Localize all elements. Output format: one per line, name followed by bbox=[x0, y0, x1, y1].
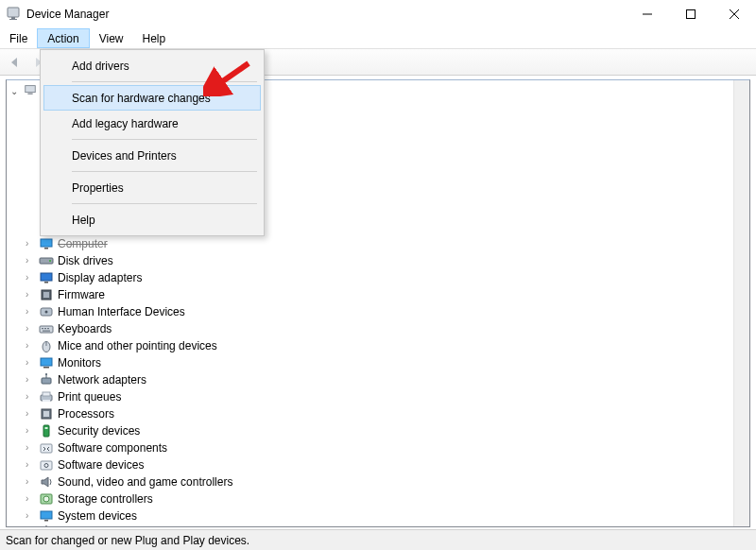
svg-rect-24 bbox=[43, 331, 50, 332]
chip-icon bbox=[39, 287, 54, 302]
svg-rect-28 bbox=[43, 367, 49, 369]
tree-item[interactable]: › Network adapters bbox=[7, 371, 749, 388]
svg-rect-10 bbox=[41, 239, 52, 247]
sound-icon bbox=[39, 474, 54, 490]
tree-item[interactable]: › Processors bbox=[7, 405, 749, 422]
menu-item-help[interactable]: Help bbox=[43, 207, 261, 232]
tree-item[interactable]: › Storage controllers bbox=[7, 490, 749, 507]
menu-separator bbox=[72, 81, 257, 82]
menu-help[interactable]: Help bbox=[133, 28, 176, 48]
tree-item[interactable]: › Mice and other pointing devices bbox=[7, 337, 749, 354]
mouse-icon bbox=[39, 338, 54, 353]
menu-action[interactable]: Action bbox=[37, 28, 89, 48]
chevron-right-icon: › bbox=[26, 341, 37, 351]
disk-icon bbox=[39, 253, 54, 268]
tree-item-label: Monitors bbox=[58, 356, 101, 370]
svg-rect-0 bbox=[8, 8, 19, 17]
tree-item[interactable]: › Software components bbox=[7, 439, 749, 456]
system-icon bbox=[39, 508, 54, 524]
tree-item[interactable]: › Firmware bbox=[7, 286, 749, 303]
tree-item-label: Processors bbox=[58, 407, 114, 421]
svg-rect-34 bbox=[43, 400, 50, 402]
chevron-right-icon: › bbox=[26, 307, 37, 317]
chevron-right-icon: › bbox=[26, 358, 37, 368]
menu-bar: File Action View Help bbox=[0, 28, 756, 49]
app-icon bbox=[6, 7, 21, 22]
tree-item[interactable]: › Monitors bbox=[7, 354, 749, 371]
menu-item-add-drivers[interactable]: Add drivers bbox=[43, 53, 261, 78]
tree-item[interactable]: › Human Interface Devices bbox=[7, 303, 749, 320]
menu-item-devices-printers[interactable]: Devices and Printers bbox=[43, 143, 261, 168]
tree-item-label: Display adapters bbox=[58, 271, 142, 284]
computer-icon bbox=[24, 83, 37, 99]
tree-item[interactable]: › Sound, video and game controllers bbox=[7, 473, 749, 490]
tree-item-label: Software components bbox=[58, 441, 167, 455]
chevron-right-icon: › bbox=[26, 290, 37, 300]
keyboard-icon bbox=[39, 321, 54, 336]
chevron-right-icon: › bbox=[26, 273, 37, 283]
svg-point-43 bbox=[43, 496, 49, 502]
window-title: Device Manager bbox=[26, 8, 109, 21]
svg-rect-9 bbox=[27, 93, 32, 94]
chevron-down-icon: ⌄ bbox=[10, 86, 22, 96]
tree-item-label: Mice and other pointing devices bbox=[58, 339, 217, 352]
menu-item-scan-hardware[interactable]: Scan for hardware changes bbox=[43, 85, 261, 111]
svg-rect-2 bbox=[9, 19, 17, 20]
chevron-right-icon: › bbox=[26, 375, 37, 385]
svg-rect-37 bbox=[43, 425, 49, 437]
status-bar: Scan for changed or new Plug and Play de… bbox=[0, 529, 756, 550]
printer-icon bbox=[39, 389, 54, 404]
svg-rect-33 bbox=[43, 392, 50, 396]
svg-rect-21 bbox=[42, 328, 43, 329]
svg-rect-38 bbox=[45, 427, 48, 429]
tree-item-label: Print queues bbox=[58, 390, 121, 404]
status-text: Scan for changed or new Plug and Play de… bbox=[6, 534, 249, 547]
chevron-right-icon: › bbox=[26, 426, 37, 436]
scrollbar[interactable] bbox=[733, 80, 749, 526]
tree-item-label: Network adapters bbox=[58, 373, 146, 387]
svg-rect-8 bbox=[26, 85, 36, 92]
tree-item[interactable]: › Computer bbox=[7, 235, 749, 252]
maximize-button[interactable] bbox=[669, 0, 713, 28]
menu-view[interactable]: View bbox=[90, 28, 133, 48]
security-icon bbox=[39, 423, 54, 438]
svg-rect-14 bbox=[41, 273, 52, 281]
monitor-icon bbox=[39, 355, 54, 370]
tree-item[interactable]: › Display adapters bbox=[7, 269, 749, 286]
tree-item[interactable]: › Keyboards bbox=[7, 320, 749, 337]
swdev-icon bbox=[39, 457, 54, 473]
cpu-icon bbox=[39, 406, 54, 421]
menu-item-add-legacy[interactable]: Add legacy hardware bbox=[43, 111, 261, 136]
svg-rect-23 bbox=[47, 328, 49, 329]
svg-rect-39 bbox=[41, 444, 52, 453]
tree-item[interactable]: › Disk drives bbox=[7, 252, 749, 269]
hid-icon bbox=[39, 304, 54, 319]
swcomp-icon bbox=[39, 440, 54, 455]
svg-rect-29 bbox=[42, 378, 51, 384]
menu-item-properties[interactable]: Properties bbox=[43, 175, 261, 200]
chevron-right-icon: › bbox=[26, 409, 37, 419]
minimize-button[interactable] bbox=[626, 0, 669, 28]
close-button[interactable] bbox=[713, 0, 756, 28]
svg-rect-1 bbox=[11, 17, 15, 19]
back-button[interactable] bbox=[4, 51, 26, 74]
tree-item-label: Software devices bbox=[58, 458, 144, 472]
menu-file[interactable]: File bbox=[0, 28, 37, 48]
tree-item[interactable]: › Security devices bbox=[7, 422, 749, 439]
tree-item[interactable]: › System devices bbox=[7, 507, 749, 524]
svg-point-13 bbox=[49, 260, 51, 262]
tree-item[interactable]: › Print queues bbox=[7, 388, 749, 405]
storage-icon bbox=[39, 491, 54, 507]
tree-item-label: Keyboards bbox=[58, 322, 112, 335]
svg-rect-17 bbox=[43, 292, 49, 298]
title-bar: Device Manager bbox=[0, 0, 756, 28]
chevron-right-icon: › bbox=[26, 392, 37, 402]
svg-point-31 bbox=[45, 373, 47, 375]
tree-item[interactable]: › Universal Serial Bus controllers bbox=[7, 524, 749, 527]
tree-item-label: System devices bbox=[58, 509, 137, 523]
tree-item[interactable]: › Software devices bbox=[7, 456, 749, 473]
chevron-right-icon: › bbox=[26, 460, 37, 470]
chevron-right-icon: › bbox=[26, 239, 37, 249]
svg-rect-20 bbox=[40, 326, 53, 333]
tree-item-label: Human Interface Devices bbox=[58, 305, 185, 318]
